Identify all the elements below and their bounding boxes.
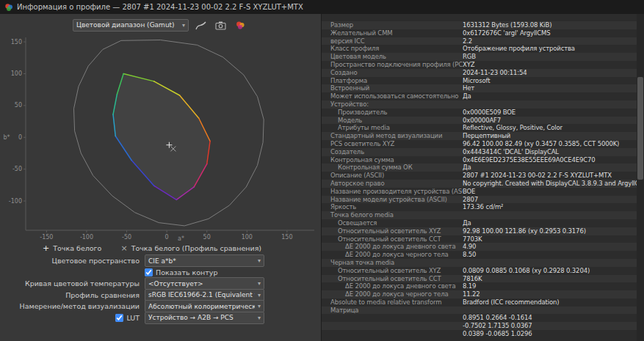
chart-controls: Цветовое пространство CIE a*b* ▾ Показат…: [0, 254, 321, 323]
property-value: 1631312 Bytes (1593.08 KiB): [463, 21, 637, 29]
x-tick-label: 100: [242, 234, 253, 241]
app-icon: [4, 3, 13, 12]
window-title: Информация о профиле — 2807 #1 2024-11-2…: [17, 3, 303, 11]
y-tick-label: -100: [9, 198, 22, 205]
property-row: 0.8951 0.2664 -0.1614: [322, 314, 637, 322]
gamut-fill: [113, 74, 210, 200]
x-tick-label: 150: [281, 234, 292, 241]
property-value: 0x6172676C 'argl' ArgyllCMS: [463, 29, 637, 37]
x-tick-label: 50: [203, 234, 211, 241]
property-row: Стандартный метод визуализацииПерцептивн…: [322, 132, 637, 140]
gamut-toolbar: Цветовой диапазон (Gamut) ▾: [0, 14, 321, 33]
property-row: Контрольная сумма ОКДа: [322, 164, 637, 172]
show-outline-checkbox[interactable]: Показать контур: [145, 268, 218, 276]
property-label: Точка белого media: [322, 211, 463, 219]
property-row: Название производителя устройства (ASCII…: [322, 188, 637, 196]
property-row: Атрибуты mediaReflective, Glossy, Positi…: [322, 124, 637, 132]
property-row: ВстроенныйНет: [322, 84, 637, 92]
colorspace-select[interactable]: CIE a*b* ▾: [145, 254, 264, 267]
property-value: RGB: [463, 53, 637, 61]
gamut-3d-view-button[interactable]: [232, 18, 248, 32]
property-row: Размер1631312 Bytes (1593.08 KiB): [322, 21, 637, 29]
titlebar: Информация о профиле — 2807 #1 2024-11-2…: [0, 0, 644, 14]
property-label: Описание (ASCII): [322, 172, 463, 180]
curves-view-button[interactable]: [192, 18, 209, 32]
y-tick-label: 50: [15, 102, 22, 109]
property-label: Контрольная сумма: [322, 156, 463, 164]
property-row: Относительный осветитель XYZ0.0809 0.088…: [322, 267, 637, 275]
property-value: 0.8951 0.2664 -0.1614: [463, 314, 637, 322]
profile-info-window: Информация о профиле — 2807 #1 2024-11-2…: [0, 0, 644, 341]
property-label: ΔE 2000 до локуса дневного света: [322, 282, 463, 290]
color-gamut-icon: [235, 21, 246, 30]
property-value: 0.0389 -0.0685 1.0296: [463, 330, 637, 338]
property-value: Microsoft: [463, 77, 637, 85]
property-row: ПлатформаMicrosoft: [322, 77, 637, 85]
gamut-chart: -150-100-50050100150-100-50050100150a*b*: [0, 33, 321, 242]
property-row: Создано2024-11-23 00:11:54: [322, 69, 637, 77]
property-label: Контрольная сумма ОК: [322, 164, 463, 172]
property-row: Модель0x00000AF7: [322, 117, 637, 125]
intent-select-value: Абсолютный колориметрический: [148, 303, 255, 310]
property-value: 7703K: [463, 235, 637, 243]
property-value: 2.2: [463, 37, 637, 45]
property-label: Размер: [322, 21, 463, 29]
property-value: 0x00000AF7: [463, 117, 637, 125]
screenshot-button[interactable]: [212, 18, 228, 32]
show-outline-checkbox-input[interactable]: [145, 268, 153, 276]
property-label: ΔE 2000 до локуса дневного света: [322, 243, 463, 251]
property-row: Авторское правоNo copyright. Created wit…: [322, 180, 637, 188]
colorspace-row: Цветовое пространство CIE a*b* ▾: [0, 255, 321, 267]
temperature-curve-label: Кривая цветовой температуры: [0, 279, 145, 287]
property-row: Желательный CMM0x6172676C 'argl' ArgyllC…: [322, 29, 637, 37]
intent-label: Намерение/метод визуализации: [0, 302, 145, 310]
lut-pipeline-select-value: Устройство → A2B → PCS: [148, 314, 234, 321]
intent-select[interactable]: Абсолютный колориметрический ▾: [145, 300, 264, 312]
property-row: Матрица: [322, 307, 637, 315]
gamut-view-select[interactable]: Цветовой диапазон (Gamut) ▾: [73, 19, 189, 32]
lut-checkbox-input[interactable]: [115, 314, 123, 322]
property-label: Атрибуты media: [322, 124, 463, 132]
property-row: Относительный осветитель CCT7703K: [322, 235, 637, 243]
property-value: Reflective, Glossy, Positive, Color: [463, 124, 637, 132]
legend-whitepoint-compare: × Точка белого (Профиль сравнения): [120, 244, 261, 252]
property-label: Устройство:: [322, 100, 463, 109]
x-marker-icon: ×: [120, 244, 127, 252]
temperature-curve-row: Кривая цветовой температуры <Отсутствует…: [0, 278, 321, 290]
y-tick-label: 150: [11, 39, 22, 45]
property-label: Желательный CMM: [322, 29, 463, 37]
lut-checkbox[interactable]: LUT: [115, 314, 140, 322]
property-row: Цветовая модельRGB: [322, 53, 637, 61]
property-label: ΔE 2000 до локуса черного тела: [322, 290, 463, 298]
property-label: Яркость: [322, 203, 463, 211]
temperature-curve-select-value: <Отсутствует>: [148, 280, 203, 287]
chevron-down-icon: ▾: [258, 257, 261, 264]
property-value: 8.50: [463, 251, 637, 259]
property-label: Absolute to media relative transform: [322, 298, 463, 307]
property-label: Матрица: [322, 307, 463, 315]
scrollbar-thumb[interactable]: [637, 77, 643, 180]
property-value: 11.22: [463, 290, 637, 298]
property-value: Bradford (ICC recommendation): [463, 298, 637, 307]
compare-profile-select-value: sRGB IEC61966-2.1 (Equivalent to www.srg…: [148, 291, 255, 298]
property-value: 7816K: [463, 275, 637, 283]
property-label: Относительный осветитель CCT: [322, 275, 463, 283]
compare-profile-select[interactable]: sRGB IEC61966-2.1 (Equivalent to www.srg…: [145, 289, 264, 301]
property-row: ΔE 2000 до локуса черного тела8.50: [322, 251, 637, 259]
x-tick-label: -50: [122, 234, 131, 241]
temperature-curve-select[interactable]: <Отсутствует> ▾: [145, 277, 264, 290]
plus-marker-icon: +: [43, 244, 49, 252]
lut-pipeline-select[interactable]: Устройство → A2B → PCS ▾: [145, 312, 264, 324]
property-row: Относительный осветитель CCT7816K: [322, 275, 637, 283]
property-value: Отображение профиля устройства: [463, 45, 637, 53]
curves-icon: [195, 21, 206, 30]
property-row: версия ICC2.2: [322, 37, 637, 45]
colorspace-select-value: CIE a*b*: [148, 257, 176, 265]
x-tick-label: -100: [80, 234, 93, 241]
property-value: 0.0809 0.0885 0.1068 (xy 0.2928 0.3204): [463, 267, 637, 275]
property-label: Пространство подключения профиля (PCS): [322, 61, 463, 69]
scrollbar[interactable]: [637, 14, 644, 341]
legend-whitepoint: + Точка белого: [43, 244, 101, 252]
property-value: Да: [463, 92, 637, 100]
chevron-down-icon: ▾: [258, 303, 261, 309]
